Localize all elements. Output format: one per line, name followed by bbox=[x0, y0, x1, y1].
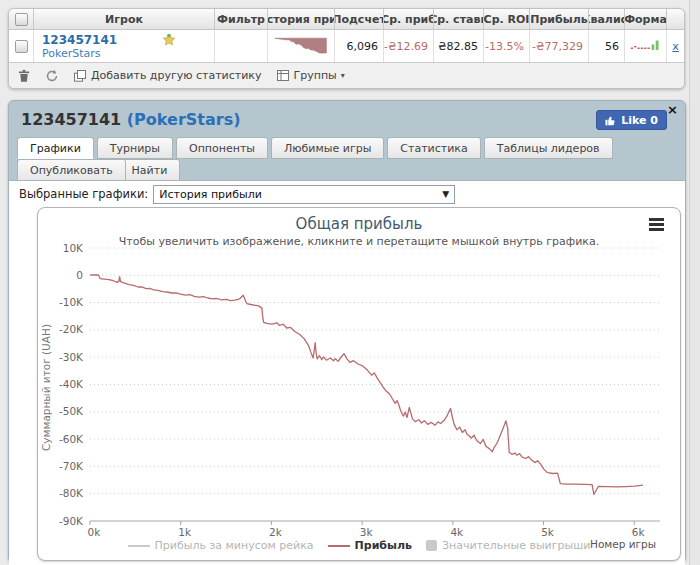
svg-text:-90K: -90K bbox=[59, 515, 84, 527]
like-label: Like 0 bbox=[621, 114, 658, 127]
column-header[interactable]: История приб bbox=[267, 9, 334, 29]
select-all-checkbox[interactable] bbox=[15, 13, 28, 26]
page-scrollbar-gutter[interactable] bbox=[689, 0, 700, 565]
groups-label: Группы bbox=[294, 69, 337, 82]
player-site-link[interactable]: PokerStars bbox=[42, 47, 101, 60]
tab-оппоненты[interactable]: Оппоненты bbox=[176, 137, 268, 159]
graph-type-select[interactable]: История прибыли ▼ bbox=[153, 185, 455, 204]
chart-subtitle: Чтобы увеличить изображение, кликните и … bbox=[38, 235, 680, 248]
legend-item[interactable]: Значительные выигрыши bbox=[426, 539, 590, 552]
svg-text:-60K: -60K bbox=[59, 433, 84, 445]
add-statistic-button[interactable]: Добавить другую статистику bbox=[73, 69, 262, 83]
avg-roi-value: -13.5% bbox=[483, 30, 529, 62]
column-header[interactable]: Форма bbox=[624, 9, 666, 29]
refresh-button[interactable] bbox=[45, 69, 59, 83]
row-checkbox[interactable] bbox=[15, 40, 28, 53]
chart-export-menu-icon[interactable] bbox=[649, 218, 664, 233]
remove-row-link[interactable]: x bbox=[666, 30, 684, 62]
legend-line-icon bbox=[128, 545, 150, 547]
row-checkbox-cell bbox=[9, 30, 33, 62]
chart-legend: Прибыль за минусом рейкаПрибыльЗначитель… bbox=[38, 539, 680, 552]
tabs-row-2: Опубликовать bbox=[9, 159, 685, 181]
filter-cell bbox=[214, 30, 267, 62]
stats-table-header: ИгрокФильтрИстория прибПодсчетСр. прибСр… bbox=[9, 9, 684, 30]
graph-selector-label: Выбранные графики: bbox=[19, 187, 148, 201]
refresh-icon bbox=[45, 69, 59, 83]
graph-selector-row: Выбранные графики: История прибыли ▼ bbox=[9, 181, 685, 207]
tab-опубликовать[interactable]: Опубликовать bbox=[17, 159, 126, 181]
svg-text:-20K: -20K bbox=[59, 323, 84, 335]
thumb-up-icon bbox=[605, 115, 616, 126]
stats-table-row: 123457141 PokerStars 6,096 -₴12.69 ₴82.8… bbox=[9, 30, 684, 63]
svg-text:-80K: -80K bbox=[59, 487, 84, 499]
svg-text:-30K: -30K bbox=[59, 351, 84, 363]
chart-title: Общая прибыль bbox=[38, 215, 680, 233]
player-stats-card: ИгрокФильтрИстория прибПодсчетСр. прибСр… bbox=[8, 8, 685, 89]
legend-square-icon bbox=[426, 540, 437, 551]
chevron-down-icon: ▾ bbox=[341, 71, 345, 80]
tab-таблицы-лидеров[interactable]: Таблицы лидеров bbox=[484, 137, 613, 159]
panel-title: 123457141 (PokerStars) bbox=[21, 110, 240, 129]
delete-button[interactable] bbox=[17, 69, 31, 83]
facebook-like-button[interactable]: Like 0 bbox=[596, 110, 667, 130]
player-id-link[interactable]: 123457141 bbox=[42, 33, 117, 47]
svg-text:3k: 3k bbox=[360, 526, 374, 538]
svg-text:-40K: -40K bbox=[59, 378, 84, 390]
column-header[interactable]: Подсчет bbox=[334, 9, 383, 29]
legend-item[interactable]: Прибыль bbox=[328, 539, 412, 552]
tab-статистика[interactable]: Статистика bbox=[387, 137, 480, 159]
svg-text:2k: 2k bbox=[269, 526, 283, 538]
chart-plot-area[interactable]: 10K0-10K-20K-30K-40K-50K-60K-70K-80K-90K… bbox=[38, 208, 681, 561]
svg-text:6k: 6k bbox=[632, 526, 646, 538]
trash-icon bbox=[17, 69, 31, 83]
svg-text:1k: 1k bbox=[178, 526, 192, 538]
profit-history-sparkline[interactable] bbox=[267, 30, 334, 62]
svg-text:0: 0 bbox=[76, 269, 83, 281]
column-header[interactable]: Игрок bbox=[33, 9, 214, 29]
column-header[interactable]: Ср. приб bbox=[383, 9, 433, 29]
form-sparkline bbox=[624, 30, 666, 62]
legend-line-icon bbox=[328, 545, 350, 547]
select-all-checkbox-cell bbox=[9, 9, 33, 29]
tab-турниры[interactable]: Турниры bbox=[97, 137, 173, 159]
column-header[interactable]: Фильтр bbox=[214, 9, 267, 29]
panel-player-site[interactable]: (PokerStars) bbox=[127, 110, 241, 129]
profit-chart[interactable]: Общая прибыль Чтобы увеличить изображени… bbox=[37, 207, 681, 561]
svg-text:-70K: -70K bbox=[59, 460, 84, 472]
total-profit-value: -₴77,329 bbox=[529, 30, 588, 62]
panel-body: Выбранные графики: История прибыли ▼ Общ… bbox=[9, 180, 685, 565]
panel-player-id: 123457141 bbox=[21, 110, 121, 129]
header-spacer bbox=[666, 9, 684, 29]
add-statistic-label: Добавить другую статистику bbox=[91, 69, 262, 82]
copy-icon bbox=[73, 69, 87, 83]
games-count-value: 6,096 bbox=[334, 30, 383, 62]
groups-menu-button[interactable]: Группы ▾ bbox=[276, 69, 345, 82]
column-header[interactable]: Квалиф bbox=[588, 9, 624, 29]
y-axis-title: Суммарный итог (UAH) bbox=[40, 238, 54, 538]
stats-toolbar: Добавить другую статистику Группы ▾ bbox=[9, 63, 684, 88]
svg-text:0k: 0k bbox=[88, 526, 102, 538]
column-header[interactable]: Прибыль bbox=[529, 9, 588, 29]
groups-icon bbox=[276, 69, 290, 82]
avg-stake-value: ₴82.85 bbox=[433, 30, 483, 62]
tabs-row-1: ГрафикиТурнирыОппонентыЛюбимые игрыСтати… bbox=[9, 137, 685, 159]
avg-profit-value: -₴12.69 bbox=[383, 30, 433, 62]
player-panel: 123457141 (PokerStars) Like 0 × ГрафикиТ… bbox=[8, 100, 686, 563]
svg-text:-10K: -10K bbox=[59, 296, 84, 308]
graph-select-value: История прибыли bbox=[159, 188, 262, 201]
svg-text:-50K: -50K bbox=[59, 405, 84, 417]
legend-item[interactable]: Прибыль за минусом рейка bbox=[128, 539, 314, 552]
panel-header: 123457141 (PokerStars) Like 0 × bbox=[9, 101, 685, 137]
select-caret-icon: ▼ bbox=[442, 189, 449, 199]
tab-графики[interactable]: Графики bbox=[17, 137, 94, 159]
column-header[interactable]: Ср. ROI bbox=[483, 9, 529, 29]
qualification-value: 56 bbox=[588, 30, 624, 62]
column-header[interactable]: Ср. ставк bbox=[433, 9, 483, 29]
close-icon[interactable]: × bbox=[667, 102, 678, 117]
svg-text:5k: 5k bbox=[541, 526, 555, 538]
star-badge-icon bbox=[162, 33, 176, 49]
player-cell: 123457141 PokerStars bbox=[33, 30, 214, 62]
tab-любимые-игры[interactable]: Любимые игры bbox=[271, 137, 384, 159]
svg-text:4k: 4k bbox=[450, 526, 464, 538]
